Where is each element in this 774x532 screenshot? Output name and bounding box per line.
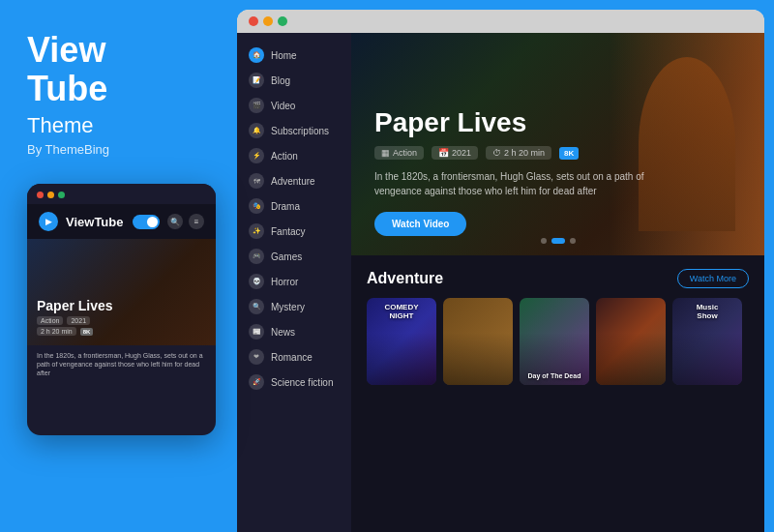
brand-title: ViewTube (27, 31, 210, 107)
browser-mockup: 🏠 Home 📝 Blog 🎬 Video 🔔 Subscriptions ⚡ … (237, 10, 764, 532)
mobile-duration-badge: 2 h 20 min (37, 327, 76, 336)
browser-dot-red (249, 16, 258, 26)
mobile-logo-text: ViewTube (66, 215, 125, 229)
card-overlay-2 (443, 298, 513, 385)
nav-label-drama: Drama (271, 201, 300, 212)
nav-label-scifi: Science fiction (271, 377, 333, 388)
hero-dot-3 (570, 238, 576, 244)
hero-title: Paper Lives (374, 107, 655, 138)
sidebar-nav: 🏠 Home 📝 Blog 🎬 Video 🔔 Subscriptions ⚡ … (237, 33, 351, 532)
nav-item-adventure[interactable]: 🗺 Adventure (237, 168, 351, 193)
mobile-action-badge: Action (37, 316, 63, 325)
nav-icon-games: 🎮 (249, 249, 264, 264)
nav-label-blog: Blog (271, 75, 290, 86)
mobile-hero: Paper Lives Action 2021 2 h 20 min 8K (27, 239, 216, 345)
mobile-year-badge: 2021 (67, 316, 90, 325)
nav-icon-adventure: 🗺 (249, 173, 264, 189)
browser-content: 🏠 Home 📝 Blog 🎬 Video 🔔 Subscriptions ⚡ … (237, 33, 764, 532)
nav-label-action: Action (271, 151, 298, 162)
nav-item-horror[interactable]: 💀 Horror (237, 269, 351, 294)
card-label-1: COMEDYNIGHT (367, 304, 436, 321)
nav-item-blog[interactable]: 📝 Blog (237, 68, 351, 93)
movie-card-2[interactable] (443, 298, 513, 385)
hero-year-badge: 📅 2021 (432, 146, 478, 160)
mobile-title-bar (27, 184, 216, 204)
hero-8k-badge: 8K (559, 147, 579, 160)
section-header: Adventure Watch More (367, 269, 749, 288)
movie-card-5[interactable]: MusicShow (672, 298, 742, 385)
mobile-icons: 🔍 ≡ (167, 214, 204, 229)
nav-icon-news: 📰 (249, 324, 264, 340)
nav-item-fantacy[interactable]: ✨ Fantacy (237, 219, 351, 244)
hero-info: Paper Lives ▦ Action 📅 2021 ⏱ 2 h 20 mi (374, 107, 655, 236)
mobile-dot-green (58, 192, 65, 198)
card-overlay-4 (596, 298, 666, 385)
nav-item-action[interactable]: ⚡ Action (237, 143, 351, 168)
nav-label-mystery: Mystery (271, 302, 305, 312)
mobile-toggle[interactable] (133, 215, 160, 229)
mobile-search-icon[interactable]: 🔍 (167, 214, 183, 229)
nav-icon-mystery: 🔍 (249, 299, 264, 314)
cards-row: COMEDYNIGHT Day of The Dead (367, 298, 749, 385)
brand-by: By ThemeBing (27, 142, 210, 157)
nav-item-subscriptions[interactable]: 🔔 Subscriptions (237, 118, 351, 143)
mobile-mockup: ▶ ViewTube 🔍 ≡ Paper Lives Action 2021 (27, 184, 216, 435)
mobile-logo-icon: ▶ (39, 212, 58, 231)
mobile-8k-badge: 8K (80, 328, 94, 336)
hero-action-badge: ▦ Action (374, 146, 424, 160)
nav-icon-action: ⚡ (249, 148, 264, 163)
mobile-description: In the 1820s, a frontiersman, Hugh Glass… (27, 351, 216, 377)
nav-icon-horror: 💀 (249, 274, 264, 289)
browser-dot-yellow (263, 16, 273, 26)
nav-label-news: News (271, 327, 295, 338)
browser-title-bar (237, 10, 764, 33)
mobile-dot-red (37, 192, 44, 198)
movie-card-3[interactable]: Day of The Dead (520, 298, 589, 385)
movie-card-4[interactable] (596, 298, 666, 385)
nav-icon-fantacy: ✨ (249, 223, 264, 239)
hero-description: In the 1820s, a frontiersman, Hugh Glass… (374, 169, 655, 198)
nav-item-games[interactable]: 🎮 Games (237, 244, 351, 269)
nav-icon-drama: 🎭 (249, 198, 264, 214)
hero-dot-2 (551, 238, 565, 244)
browser-dot-green (278, 16, 287, 26)
nav-item-scifi[interactable]: 🚀 Science fiction (237, 369, 351, 395)
mobile-hero-content: Paper Lives Action 2021 2 h 20 min 8K (37, 299, 113, 338)
hero-duration-badge: ⏱ 2 h 20 min (486, 146, 551, 160)
nav-label-video: Video (271, 101, 295, 111)
movie-card-1[interactable]: COMEDYNIGHT (367, 298, 436, 385)
watch-video-button[interactable]: Watch Video (374, 212, 466, 236)
nav-label-romance: Romance (271, 352, 313, 363)
nav-item-drama[interactable]: 🎭 Drama (237, 193, 351, 219)
hero-dot-1 (541, 238, 547, 244)
nav-label-adventure: Adventure (271, 176, 315, 187)
nav-item-home[interactable]: 🏠 Home (237, 43, 351, 68)
adventure-section: Adventure Watch More COMEDYNIGHT (351, 255, 764, 397)
nav-icon-blog: 📝 (249, 73, 264, 88)
mobile-dot-yellow (47, 192, 54, 198)
hero-section: Paper Lives ▦ Action 📅 2021 ⏱ 2 h 20 mi (351, 33, 764, 255)
nav-icon-home: 🏠 (249, 47, 264, 63)
nav-item-romance[interactable]: ❤ Romance (237, 344, 351, 369)
mobile-meta-row: Action 2021 (37, 316, 113, 325)
nav-item-mystery[interactable]: 🔍 Mystery (237, 294, 351, 319)
nav-label-games: Games (271, 251, 302, 262)
mobile-header: ▶ ViewTube 🔍 ≡ (27, 204, 216, 239)
mobile-menu-icon[interactable]: ≡ (189, 214, 204, 229)
nav-item-video[interactable]: 🎬 Video (237, 93, 351, 118)
nav-icon-scifi: 🚀 (249, 374, 264, 390)
hero-dots (541, 238, 576, 244)
nav-icon-subscriptions: 🔔 (249, 123, 264, 138)
mobile-hero-title: Paper Lives (37, 299, 113, 313)
nav-icon-romance: ❤ (249, 349, 264, 365)
nav-item-news[interactable]: 📰 News (237, 319, 351, 344)
hero-meta: ▦ Action 📅 2021 ⏱ 2 h 20 min 8K (374, 146, 655, 160)
watch-more-button[interactable]: Watch More (677, 269, 749, 288)
brand-subtitle: Theme (27, 113, 210, 138)
main-content: Paper Lives ▦ Action 📅 2021 ⏱ 2 h 20 mi (351, 33, 764, 532)
nav-label-subscriptions: Subscriptions (271, 126, 329, 136)
nav-icon-video: 🎬 (249, 98, 264, 113)
nav-label-fantacy: Fantacy (271, 226, 306, 237)
mobile-meta-row-2: 2 h 20 min 8K (37, 327, 113, 336)
nav-label-horror: Horror (271, 277, 298, 287)
